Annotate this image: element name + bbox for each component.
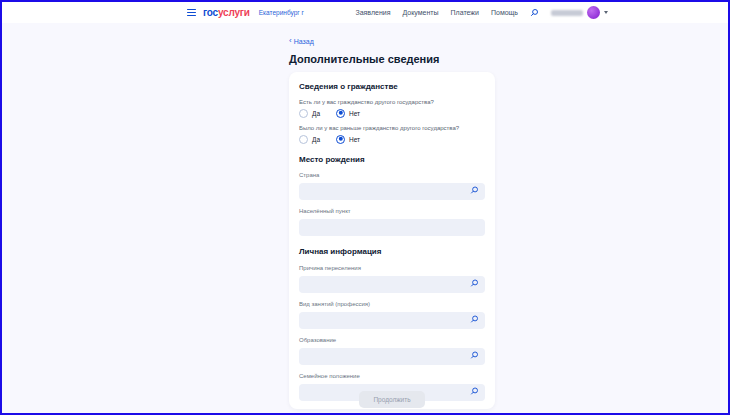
radio-option-yes[interactable]: Да [299, 109, 320, 118]
user-name-redacted [551, 10, 583, 16]
radio-label-no: Нет [349, 136, 360, 143]
search-icon[interactable] [470, 314, 479, 323]
education-input[interactable] [299, 348, 485, 365]
question-former-citizenship: Было ли у вас раньше гражданство другого… [299, 125, 485, 131]
field-label: Причина переселения [299, 265, 485, 271]
relocation-reason-input[interactable] [299, 276, 485, 293]
continue-button[interactable]: Продолжить [359, 391, 424, 408]
logo-part-red: услуги [218, 7, 250, 18]
radio-label-yes: Да [312, 136, 320, 143]
radio-icon-selected[interactable] [336, 109, 345, 118]
section-heading-personal: Личная информация [299, 247, 485, 257]
nav-item-applications[interactable]: Заявления [355, 9, 390, 16]
main-content: ‹ Назад Дополнительные сведения Сведения… [289, 29, 495, 409]
field-education: Образование [299, 337, 485, 365]
radio-label-yes: Да [312, 110, 320, 117]
field-label: Семейное положение [299, 373, 485, 379]
radio-option-yes[interactable]: Да [299, 135, 320, 144]
radio-option-no[interactable]: Нет [336, 109, 360, 118]
search-icon[interactable] [470, 186, 479, 195]
question-current-citizenship: Есть ли у вас гражданство другого госуда… [299, 99, 485, 105]
chevron-down-icon [604, 11, 608, 14]
radio-label-no: Нет [349, 110, 360, 117]
gosuslugi-logo[interactable]: госуслуги [203, 7, 250, 18]
radio-icon-unselected[interactable] [299, 109, 308, 118]
footer-bar: Продолжить [289, 391, 495, 408]
back-link[interactable]: ‹ Назад [289, 37, 314, 45]
field-label: Населённый пункт [299, 208, 485, 214]
field-occupation: Вид занятий (профессия) [299, 301, 485, 329]
radio-group-former-citizenship: Да Нет [299, 135, 485, 144]
occupation-input[interactable] [299, 312, 485, 329]
form-card: Сведения о гражданстве Есть ли у вас гра… [289, 72, 495, 409]
radio-group-current-citizenship: Да Нет [299, 109, 485, 118]
section-heading-citizenship: Сведения о гражданстве [299, 82, 485, 92]
section-heading-birthplace: Место рождения [299, 155, 485, 165]
country-input[interactable] [299, 183, 485, 200]
page-title: Дополнительные сведения [289, 53, 495, 65]
field-label: Образование [299, 337, 485, 343]
header-left: госуслуги Екатеринбург г [187, 7, 304, 18]
search-icon[interactable] [470, 350, 479, 359]
browser-viewport: госуслуги Екатеринбург г Заявления Докум… [0, 0, 730, 415]
field-country: Страна [299, 172, 485, 200]
header-nav: Заявления Документы Платежи Помощь [355, 6, 608, 19]
radio-option-no[interactable]: Нет [336, 135, 360, 144]
nav-item-help[interactable]: Помощь [491, 9, 518, 16]
back-chevron-icon: ‹ [289, 37, 292, 45]
logo-part-blue: гос [203, 7, 218, 18]
menu-hamburger-icon[interactable] [187, 9, 196, 16]
field-relocation-reason: Причина переселения [299, 265, 485, 293]
back-label: Назад [294, 38, 314, 45]
field-settlement: Населённый пункт [299, 208, 485, 236]
radio-icon-selected[interactable] [336, 135, 345, 144]
search-icon[interactable] [530, 8, 539, 17]
user-menu[interactable] [551, 6, 608, 19]
radio-icon-unselected[interactable] [299, 135, 308, 144]
location-selector[interactable]: Екатеринбург г [259, 9, 304, 16]
nav-item-payments[interactable]: Платежи [451, 9, 479, 16]
header: госуслуги Екатеринбург г Заявления Докум… [2, 2, 728, 23]
field-label: Страна [299, 172, 485, 178]
nav-item-documents[interactable]: Документы [402, 9, 438, 16]
search-icon[interactable] [470, 278, 479, 287]
field-label: Вид занятий (профессия) [299, 301, 485, 307]
user-avatar [587, 6, 600, 19]
settlement-input[interactable] [299, 219, 485, 236]
